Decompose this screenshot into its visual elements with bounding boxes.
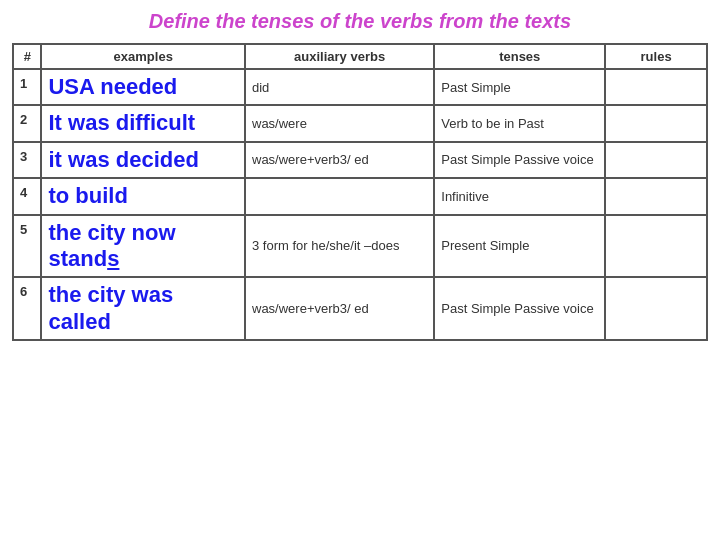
row3-num: 3 <box>13 142 41 178</box>
row1-example: USA needed <box>41 69 245 105</box>
table-row: 1 USA needed did Past Simple <box>13 69 707 105</box>
header-rules: rules <box>605 44 707 69</box>
row2-rules <box>605 105 707 141</box>
row6-example: the city was called <box>41 277 245 340</box>
header-num: # <box>13 44 41 69</box>
table-row: 5 the city now stands 3 form for he/she/… <box>13 215 707 278</box>
tenses-table: # examples auxiliary verbs tenses rules … <box>12 43 708 341</box>
row4-tense: Infinitive <box>434 178 605 214</box>
row4-aux <box>245 178 434 214</box>
header-tenses: tenses <box>434 44 605 69</box>
row2-example: It was difficult <box>41 105 245 141</box>
row3-example: it was decided <box>41 142 245 178</box>
row1-tense: Past Simple <box>434 69 605 105</box>
table-row: 6 the city was called was/were+verb3/ ed… <box>13 277 707 340</box>
row6-rules <box>605 277 707 340</box>
table-header: # examples auxiliary verbs tenses rules <box>13 44 707 69</box>
header-examples: examples <box>41 44 245 69</box>
row1-aux: did <box>245 69 434 105</box>
row5-rules <box>605 215 707 278</box>
table-row: 4 to build Infinitive <box>13 178 707 214</box>
row6-num: 6 <box>13 277 41 340</box>
table-row: 2 It was difficult was/were Verb to be i… <box>13 105 707 141</box>
row4-num: 4 <box>13 178 41 214</box>
page-title: Define the tenses of the verbs from the … <box>12 10 708 33</box>
row2-num: 2 <box>13 105 41 141</box>
row4-rules <box>605 178 707 214</box>
row4-example: to build <box>41 178 245 214</box>
row3-tense: Past Simple Passive voice <box>434 142 605 178</box>
row1-rules <box>605 69 707 105</box>
row2-aux: was/were <box>245 105 434 141</box>
row3-rules <box>605 142 707 178</box>
row6-aux: was/were+verb3/ ed <box>245 277 434 340</box>
row5-tense: Present Simple <box>434 215 605 278</box>
header-auxiliary: auxiliary verbs <box>245 44 434 69</box>
row5-example: the city now stands <box>41 215 245 278</box>
row3-aux: was/were+verb3/ ed <box>245 142 434 178</box>
row6-tense: Past Simple Passive voice <box>434 277 605 340</box>
row5-example-underline: s <box>107 246 119 271</box>
page: Define the tenses of the verbs from the … <box>0 0 720 540</box>
row5-aux: 3 form for he/she/it –does <box>245 215 434 278</box>
row5-num: 5 <box>13 215 41 278</box>
table-row: 3 it was decided was/were+verb3/ ed Past… <box>13 142 707 178</box>
row1-num: 1 <box>13 69 41 105</box>
row2-tense: Verb to be in Past <box>434 105 605 141</box>
